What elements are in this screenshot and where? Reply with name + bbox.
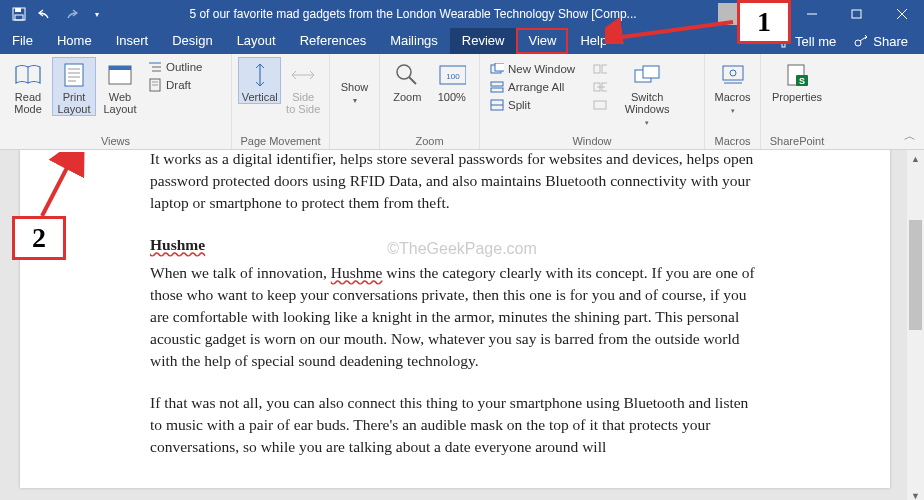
print-layout-button[interactable]: Print Layout [52, 57, 96, 116]
print-layout-icon [60, 61, 88, 89]
tab-home[interactable]: Home [45, 28, 104, 54]
scroll-down-icon[interactable]: ▼ [907, 487, 924, 500]
arrow-1 [605, 16, 737, 44]
svg-rect-13 [65, 64, 83, 86]
svg-text:100: 100 [446, 72, 460, 81]
tab-view[interactable]: View [516, 28, 568, 54]
tab-file[interactable]: File [0, 28, 45, 54]
tab-layout[interactable]: Layout [225, 28, 288, 54]
read-mode-button[interactable]: Read Mode [6, 57, 50, 115]
draft-button[interactable]: Draft [144, 77, 206, 93]
close-button[interactable] [879, 0, 924, 28]
tab-references[interactable]: References [288, 28, 378, 54]
scroll-thumb[interactable] [909, 220, 922, 330]
arrange-all-button[interactable]: Arrange All [486, 79, 579, 95]
macros-icon [719, 61, 747, 89]
show-button[interactable]: Show ▾ [336, 57, 373, 107]
vertical-icon [246, 61, 274, 89]
paragraph[interactable]: It works as a digital identifier, helps … [150, 150, 760, 214]
arrow-2 [38, 152, 88, 222]
split-button[interactable]: Split [486, 97, 579, 113]
svg-rect-19 [109, 66, 131, 70]
read-mode-icon [14, 61, 42, 89]
callout-1: 1 [737, 0, 791, 44]
svg-line-54 [615, 22, 733, 38]
svg-point-46 [730, 70, 736, 76]
svg-rect-45 [723, 66, 743, 80]
outline-button[interactable]: Outline [144, 59, 206, 75]
document-page[interactable]: It works as a digital identifier, helps … [20, 150, 890, 488]
svg-rect-42 [594, 101, 606, 109]
group-label-sharepoint: SharePoint [767, 133, 827, 149]
svg-line-29 [409, 77, 416, 84]
zoom-icon [393, 61, 421, 89]
qat-customize-icon[interactable]: ▾ [86, 3, 108, 25]
svg-text:S: S [799, 76, 805, 86]
svg-rect-38 [594, 65, 600, 73]
web-layout-icon [106, 61, 134, 89]
tab-review[interactable]: Review [450, 28, 517, 54]
svg-rect-39 [602, 65, 607, 73]
vertical-scrollbar[interactable]: ▲ ▼ [907, 150, 924, 500]
new-window-icon [490, 62, 504, 76]
callout-2: 2 [12, 216, 66, 260]
group-label-zoom: Zoom [386, 133, 473, 149]
reset-window-button[interactable] [589, 97, 611, 113]
svg-rect-2 [15, 15, 23, 20]
zoom-100-button[interactable]: 100 100% [431, 57, 474, 103]
maximize-button[interactable] [834, 0, 879, 28]
svg-rect-1 [15, 8, 21, 12]
draft-icon [148, 78, 162, 92]
arrange-all-icon [490, 80, 504, 94]
svg-line-55 [42, 162, 70, 216]
zoom-100-icon: 100 [438, 61, 466, 89]
share-button[interactable]: Share [854, 34, 908, 49]
properties-icon: S [783, 61, 811, 89]
collapse-ribbon-icon[interactable]: ︿ [904, 128, 916, 145]
web-layout-button[interactable]: Web Layout [98, 57, 142, 115]
minimize-button[interactable] [789, 0, 834, 28]
save-icon[interactable] [8, 3, 30, 25]
group-label-views: Views [6, 133, 225, 149]
vertical-button[interactable]: Vertical [238, 57, 281, 104]
split-icon [490, 98, 504, 112]
group-label-page-movement: Page Movement [238, 133, 323, 149]
heading-hushme[interactable]: Hushme [150, 234, 760, 256]
svg-point-28 [397, 65, 411, 79]
svg-rect-6 [852, 10, 861, 18]
scroll-up-icon[interactable]: ▲ [907, 150, 924, 167]
share-icon [854, 34, 868, 48]
properties-button[interactable]: S Properties [767, 57, 827, 103]
sync-scroll-button[interactable] [589, 79, 611, 95]
side-to-side-button[interactable]: Side to Side [283, 57, 323, 115]
outline-icon [148, 60, 162, 74]
group-label-macros: Macros [711, 133, 754, 149]
redo-icon[interactable] [60, 3, 82, 25]
zoom-button[interactable]: Zoom [386, 57, 429, 103]
view-side-by-side-button[interactable] [589, 61, 611, 77]
macros-button[interactable]: Macros ▾ [711, 57, 754, 117]
tab-mailings[interactable]: Mailings [378, 28, 450, 54]
svg-rect-44 [643, 66, 659, 78]
switch-windows-button[interactable]: Switch Windows ▾ [619, 57, 675, 129]
paragraph[interactable]: If that was not all, you can also connec… [150, 392, 760, 458]
svg-rect-33 [495, 63, 504, 71]
svg-rect-34 [491, 82, 503, 86]
undo-icon[interactable] [34, 3, 56, 25]
tab-design[interactable]: Design [160, 28, 224, 54]
svg-rect-35 [491, 88, 503, 92]
new-window-button[interactable]: New Window [486, 61, 579, 77]
tab-insert[interactable]: Insert [104, 28, 161, 54]
paragraph[interactable]: When we talk of innovation, Hushme wins … [150, 262, 760, 372]
document-area[interactable]: It works as a digital identifier, helps … [0, 150, 924, 500]
side-to-side-icon [289, 61, 317, 89]
group-label-window: Window [486, 133, 698, 149]
switch-windows-icon [633, 61, 661, 89]
